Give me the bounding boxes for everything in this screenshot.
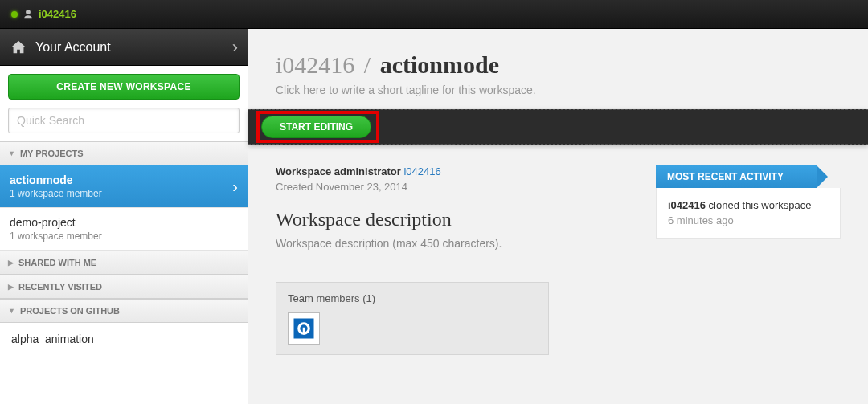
created-date: Created November 23, 2014 — [276, 181, 624, 193]
team-members-box: Team members (1) — [276, 282, 549, 355]
chevron-right-icon: › — [232, 37, 238, 58]
layout: Your Account › CREATE NEW WORKSPACE ▼ MY… — [0, 29, 868, 404]
search-wrap — [0, 108, 248, 141]
avatar[interactable] — [288, 312, 320, 345]
user-icon — [23, 9, 34, 20]
section-recent[interactable]: ▶ RECENTLY VISITED — [0, 275, 248, 299]
triangle-right-icon: ▶ — [8, 259, 14, 267]
start-editing-button[interactable]: START EDITING — [261, 116, 371, 138]
project-item-actionmode[interactable]: actionmode 1 workspace member › — [0, 165, 248, 208]
main-header: i042416 / actionmode Click here to write… — [248, 29, 868, 96]
triangle-down-icon: ▼ — [8, 149, 15, 157]
project-item-demo[interactable]: demo-project 1 workspace member — [0, 208, 248, 251]
section-label: SHARED WITH ME — [18, 258, 96, 267]
sidebar: Your Account › CREATE NEW WORKSPACE ▼ MY… — [0, 29, 248, 404]
section-shared[interactable]: ▶ SHARED WITH ME — [0, 251, 248, 275]
search-input[interactable] — [8, 108, 240, 133]
home-icon — [10, 39, 27, 56]
activity-time: 6 minutes ago — [668, 214, 829, 226]
section-label: RECENTLY VISITED — [18, 282, 102, 292]
project-name: actionmode — [10, 173, 238, 186]
right-col: MOST RECENT ACTIVITY i042416 cloned this… — [656, 165, 841, 355]
section-github[interactable]: ▼ PROJECTS ON GITHUB — [0, 299, 248, 323]
chevron-right-icon: › — [232, 178, 238, 196]
section-label: MY PROJECTS — [20, 149, 84, 158]
desc-heading: Workspace description — [276, 209, 624, 231]
activity-ribbon: MOST RECENT ACTIVITY — [656, 165, 817, 188]
triangle-down-icon: ▼ — [8, 307, 15, 315]
main: i042416 / actionmode Click here to write… — [248, 29, 868, 404]
create-wrap: CREATE NEW WORKSPACE — [0, 66, 248, 108]
create-workspace-button[interactable]: CREATE NEW WORKSPACE — [8, 74, 240, 100]
section-label: PROJECTS ON GITHUB — [20, 306, 120, 316]
svg-rect-2 — [303, 328, 305, 335]
project-meta: 1 workspace member — [10, 231, 238, 242]
highlight-box: START EDITING — [256, 111, 379, 143]
workspace-owner[interactable]: i042416 — [276, 51, 354, 78]
team-heading: Team members (1) — [288, 292, 537, 304]
action-bar: START EDITING — [248, 109, 868, 145]
github-item-alpha[interactable]: alpha_animation — [0, 323, 248, 355]
admin-label: Workspace administrator — [276, 165, 401, 178]
project-name: demo-project — [10, 216, 238, 229]
content-cols: Workspace administrator i042416 Created … — [248, 145, 868, 355]
project-meta: 1 workspace member — [10, 188, 238, 199]
top-bar: i042416 — [0, 0, 868, 29]
slash: / — [364, 51, 371, 78]
tagline-placeholder[interactable]: Click here to write a short tagline for … — [276, 84, 841, 96]
workspace-name: actionmode — [380, 51, 499, 78]
activity-user: i042416 — [668, 199, 706, 211]
activity-action: cloned this workspace — [706, 199, 812, 211]
activity-text: i042416 cloned this workspace — [668, 199, 829, 211]
left-col: Workspace administrator i042416 Created … — [276, 165, 624, 355]
your-account-row[interactable]: Your Account › — [0, 29, 248, 66]
workspace-admin: Workspace administrator i042416 — [276, 165, 624, 178]
activity-item[interactable]: i042416 cloned this workspace 6 minutes … — [656, 188, 841, 239]
topbar-username[interactable]: i042416 — [39, 8, 76, 20]
admin-user-link[interactable]: i042416 — [403, 165, 440, 178]
triangle-right-icon: ▶ — [8, 283, 14, 291]
status-dot-icon — [11, 11, 18, 18]
desc-text[interactable]: Workspace description (max 450 character… — [276, 237, 624, 250]
account-label: Your Account — [35, 40, 232, 55]
section-my-projects[interactable]: ▼ MY PROJECTS — [0, 141, 248, 165]
workspace-title: i042416 / actionmode — [276, 51, 841, 79]
